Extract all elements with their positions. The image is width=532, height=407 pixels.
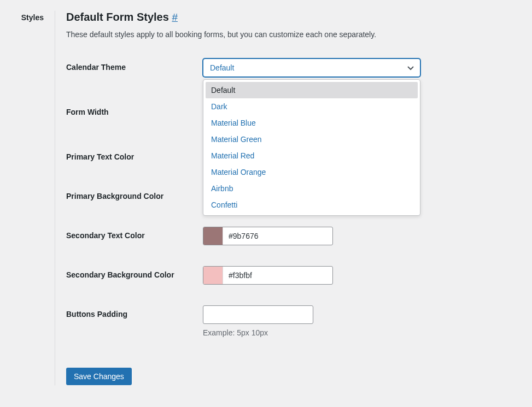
dropdown-option-material-orange[interactable]: Material Orange	[206, 164, 418, 180]
calendar-theme-label: Calendar Theme	[66, 63, 126, 72]
page-title-text: Default Form Styles	[66, 11, 169, 23]
calendar-theme-selected-value: Default	[210, 63, 234, 72]
buttons-padding-hint: Example: 5px 10px	[203, 328, 482, 337]
dropdown-option-airbnb[interactable]: Airbnb	[206, 180, 418, 197]
dropdown-option-material-green[interactable]: Material Green	[206, 131, 418, 148]
secondary-text-color-label: Secondary Text Color	[66, 231, 145, 240]
calendar-theme-select[interactable]: Default	[203, 58, 420, 77]
page-description: These default styles apply to all bookin…	[66, 30, 482, 39]
dropdown-option-confetti[interactable]: Confetti	[206, 197, 418, 213]
sidebar-tab-styles[interactable]: Styles	[5, 13, 44, 22]
dropdown-option-material-blue[interactable]: Material Blue	[206, 115, 418, 131]
secondary-text-color-swatch[interactable]	[203, 227, 223, 245]
chevron-down-icon	[406, 63, 415, 72]
primary-text-color-label: Primary Text Color	[66, 152, 134, 161]
dropdown-option-default[interactable]: Default	[206, 82, 418, 98]
dropdown-option-material-red[interactable]: Material Red	[206, 148, 418, 164]
secondary-bg-color-input[interactable]	[223, 267, 332, 284]
page-title: Default Form Styles #	[66, 11, 482, 23]
dropdown-option-dark[interactable]: Dark	[206, 98, 418, 115]
form-width-label: Form Width	[66, 108, 109, 116]
save-button[interactable]: Save Changes	[66, 368, 132, 385]
buttons-padding-input[interactable]	[203, 305, 313, 324]
buttons-padding-label: Buttons Padding	[66, 310, 127, 318]
secondary-bg-color-swatch[interactable]	[203, 267, 223, 284]
calendar-theme-dropdown: Default Dark Material Blue Material Gree…	[203, 79, 420, 216]
primary-bg-color-label: Primary Background Color	[66, 192, 163, 200]
secondary-text-color-input[interactable]	[223, 227, 332, 245]
secondary-bg-color-label: Secondary Background Color	[66, 270, 174, 279]
vertical-divider	[55, 11, 55, 385]
title-anchor-link[interactable]: #	[172, 11, 178, 23]
